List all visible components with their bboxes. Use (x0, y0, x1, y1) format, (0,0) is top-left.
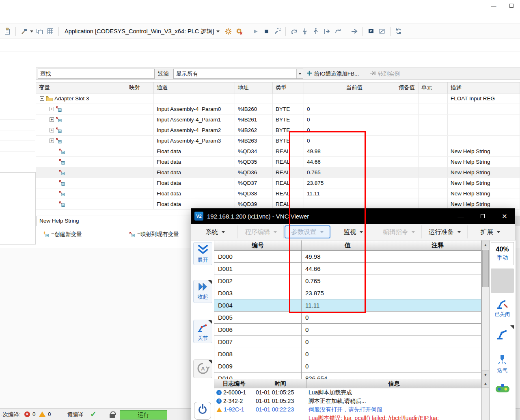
minimize-button[interactable]: — (488, 2, 499, 10)
column-header-channel: 通道 (154, 82, 235, 93)
speed-mode-indicator[interactable]: 40% 手动 (491, 242, 514, 265)
minimize-button[interactable]: — (455, 211, 467, 221)
chevron-down-icon[interactable] (296, 69, 303, 78)
find-input[interactable]: 查找 (38, 69, 155, 79)
vnc-titlebar[interactable]: V2 192.168.1.200 (x11vnc) - VNC Viewer —… (191, 208, 515, 224)
register-row[interactable]: D0020.765 (214, 275, 481, 287)
vnc-tab-monitor[interactable]: 监视 (331, 225, 376, 238)
servo-state-button[interactable]: 已关闭 (491, 296, 514, 323)
vnc-tab-program-edit[interactable]: 程序编辑 (239, 225, 283, 238)
expand-button[interactable]: 展开 (193, 242, 212, 265)
build-dropdown-icon[interactable] (30, 30, 33, 32)
log-row[interactable]: i2-6000-101-01 01:05:25Lua脚本加载完成 (214, 388, 481, 397)
register-row[interactable]: D00144.66 (214, 263, 481, 275)
vnc-tab-extensions[interactable]: 扩展 (468, 225, 513, 238)
scroll-down-icon[interactable]: ▼ (482, 370, 489, 379)
log-row[interactable]: Lua脚本错误: lua_pcall() failed: /rbctrl/lua… (214, 414, 481, 420)
scrollbar-thumb[interactable] (482, 250, 489, 287)
write-values-icon[interactable] (377, 26, 387, 37)
io-table-row[interactable]: +Input Assembly-4_Param0%IB260BYTE0 (36, 104, 520, 115)
step-over-icon[interactable] (289, 26, 299, 37)
scroll-up-icon[interactable]: ▲ (482, 240, 489, 249)
tree-collapse-toggle[interactable]: − (40, 96, 44, 101)
register-row[interactable]: D00049.98 (214, 251, 481, 263)
tree-expand-toggle[interactable]: + (50, 117, 54, 122)
close-button[interactable]: × (498, 211, 511, 221)
log-row[interactable]: i2-342-201-01 01:05:23脚本正在加载,请稍后... (214, 397, 481, 405)
blank-tool-button[interactable] (491, 268, 514, 293)
register-row[interactable]: D00323.875 (214, 287, 481, 299)
io-table-row[interactable]: +Input Assembly-4_Param2%IB262BYTE0 (36, 125, 520, 136)
new-window-icon[interactable] (35, 26, 44, 37)
register-id-cell: D007 (214, 336, 302, 348)
io-table-row[interactable]: +Input Assembly-4_Param3%IB263BYTE0 (36, 136, 520, 146)
collapse-button[interactable]: 收起 (193, 280, 212, 303)
vnc-tab-edit-instructions[interactable]: 编辑指令 (377, 225, 422, 238)
run-to-cursor-icon[interactable] (322, 26, 332, 37)
register-comment-cell (394, 263, 481, 275)
log-row[interactable]: 1-92C-101-01 00:22:23伺服没有打开，请先打开伺服 (214, 405, 481, 414)
stop-icon[interactable] (261, 26, 271, 37)
filter-select[interactable]: 显示所有 (173, 69, 303, 79)
vnc-tab-system[interactable]: 系统 (193, 225, 238, 238)
warning-icon (39, 411, 45, 417)
paste-icon[interactable] (2, 26, 12, 37)
register-value-cell: 0.765 (302, 275, 394, 287)
register-row[interactable]: D010826.654 (214, 372, 481, 379)
login-gear-icon[interactable] (223, 26, 233, 37)
register-id-cell: D003 (214, 287, 302, 299)
io-table-row[interactable]: Float data%QD38REAL11.11New Help String (36, 188, 520, 199)
next-statement-arrow-icon[interactable] (350, 26, 359, 37)
register-row[interactable]: D0090 (214, 360, 481, 372)
active-application-selector[interactable]: Application [CODESYS_Control_Win_V3_x64:… (65, 28, 220, 35)
auto-mode-button[interactable]: A (193, 359, 212, 378)
io-cell-address: %QD34 (235, 146, 273, 156)
set-next-statement-icon[interactable] (333, 26, 343, 37)
io-cell-unit (419, 188, 448, 199)
scroll-up-icon[interactable]: ▲ (482, 379, 489, 388)
tree-expand-toggle[interactable]: + (50, 107, 54, 111)
io-table-row[interactable]: Float data%QD35REAL44.66New Help String (36, 157, 520, 167)
step-out-icon[interactable] (311, 26, 321, 37)
refresh-icon[interactable] (394, 26, 403, 37)
step-into-icon[interactable] (300, 26, 310, 37)
vnc-tab-run-preparation[interactable]: 运行准备 (423, 225, 467, 238)
library-grid-icon[interactable] (45, 26, 55, 37)
maximize-button[interactable] (506, 2, 517, 10)
tree-expand-toggle[interactable]: + (50, 128, 54, 132)
io-table-row[interactable]: Float data%QD37REAL23.875New Help String (36, 178, 520, 188)
register-row[interactable]: D0050 (214, 312, 481, 324)
logout-gear-icon[interactable] (234, 26, 244, 37)
register-row[interactable]: D0080 (214, 348, 481, 360)
teach-pendant-button[interactable] (491, 381, 514, 407)
register-row[interactable]: D00411.11 (214, 299, 481, 312)
force-values-icon[interactable] (366, 26, 376, 37)
io-table-row[interactable]: +Input Assembly-4_Param1%IB261BYTE0 (36, 115, 520, 125)
io-table-row[interactable]: −Adapter Slot 3FLOAT Input REG (36, 93, 520, 104)
vnc-tab-label: 监视 (343, 228, 356, 236)
joint-mode-button[interactable]: 关节 (193, 320, 212, 343)
tree-expand-toggle[interactable]: + (50, 139, 54, 143)
io-cell-unit (419, 104, 448, 114)
register-scrollbar[interactable]: ▲ ▼ (481, 240, 490, 379)
power-button[interactable] (194, 402, 211, 420)
io-table-row[interactable]: Float data%QD34REAL49.98New Help String (36, 146, 520, 157)
robot-arm-button[interactable] (491, 325, 514, 350)
error-count: 0 (32, 411, 36, 417)
io-table-row[interactable]: Float data%QD36REAL0.765New Help String (36, 167, 520, 178)
log-scrollbar[interactable]: ▲ (481, 379, 490, 420)
vnc-viewer-window: V2 192.168.1.200 (x11vnc) - VNC Viewer —… (191, 208, 515, 420)
start-icon[interactable] (250, 26, 260, 37)
air-supply-button[interactable]: 送气 (491, 353, 514, 378)
goto-instance-button[interactable]: 转到实例 (367, 67, 402, 80)
vnc-tab-parameter-settings[interactable]: 参数设置 (285, 225, 330, 238)
build-icon[interactable] (19, 26, 29, 37)
maximize-button[interactable] (477, 211, 489, 221)
run-status-button[interactable]: 运行 (120, 410, 167, 420)
mapped-variable-icon (129, 232, 135, 238)
expand-label: 展开 (194, 256, 212, 264)
breakpoint-wrench-icon[interactable] (272, 26, 282, 37)
register-row[interactable]: D0070 (214, 336, 481, 348)
add-fb-button[interactable]: 给IO通道添加FB... (304, 67, 361, 80)
register-row[interactable]: D0060 (214, 324, 481, 336)
